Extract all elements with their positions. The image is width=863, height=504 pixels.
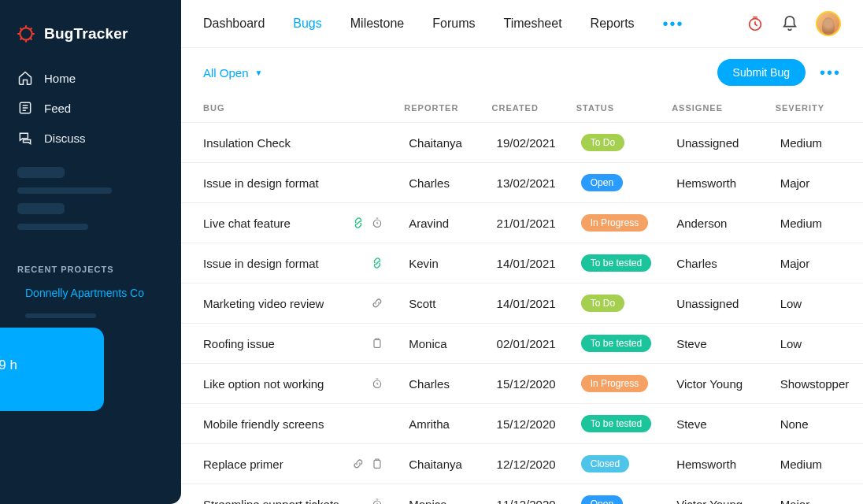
cell-assignee: Hemsworth — [672, 444, 776, 484]
cell-reporter: Charles — [404, 163, 491, 203]
cell-created: 12/12/2020 — [492, 444, 576, 484]
timesheet-card[interactable]: TIMESHEET llable 25: 19 h Approved — [0, 328, 104, 411]
cell-assignee: Unassigned — [672, 123, 776, 163]
placeholder-line — [17, 167, 65, 178]
cell-status: In Progress — [576, 203, 672, 243]
cell-severity: Medium — [776, 444, 863, 484]
table-row[interactable]: Mobile friendly screensAmritha15/12/2020… — [181, 404, 863, 444]
project-item-donnelly[interactable]: Donnelly Apartments Co — [0, 282, 181, 304]
status-badge[interactable]: In Progress — [581, 375, 648, 392]
status-badge[interactable]: Open — [581, 495, 623, 504]
sidebar-item-discuss[interactable]: Discuss — [0, 123, 181, 153]
bug-table-wrap: BUG REPORTER CREATED STATUS ASSIGNEE SEV… — [181, 97, 863, 504]
link-icon — [352, 217, 365, 229]
tabs-more-button[interactable]: ••• — [663, 16, 684, 32]
cell-assignee: Steve — [672, 404, 776, 444]
bug-title[interactable]: Roofing issue — [203, 337, 275, 350]
timer-icon[interactable] — [746, 15, 764, 32]
svg-point-0 — [20, 28, 31, 39]
bug-title[interactable]: Replace primer — [203, 458, 283, 471]
cell-severity: None — [776, 404, 863, 444]
col-header-created[interactable]: CREATED — [492, 97, 576, 123]
cell-reporter: Chaitanya — [404, 444, 491, 484]
sidebar-item-label: Discuss — [44, 132, 86, 145]
table-row[interactable]: Roofing issueMonica02/01/2021To be teste… — [181, 324, 863, 364]
cell-status: In Progress — [576, 364, 672, 404]
tab-reports[interactable]: Reports — [591, 17, 635, 31]
status-badge[interactable]: To be tested — [581, 335, 651, 352]
cell-status: To be tested — [576, 324, 672, 364]
cell-created: 14/01/2021 — [492, 284, 576, 324]
bug-title[interactable]: Streamline support tickets — [203, 498, 339, 505]
cell-status: To Do — [576, 284, 672, 324]
svg-rect-6 — [374, 460, 380, 468]
cell-assignee: Unassigned — [672, 284, 776, 324]
cell-reporter: Monica — [404, 484, 491, 505]
placeholder-line — [17, 187, 112, 194]
sidebar-item-home[interactable]: Home — [0, 63, 181, 93]
table-row[interactable]: Issue in design formatKevin14/01/2021To … — [181, 243, 863, 284]
table-row[interactable]: Marketing video reviewScott14/01/2021To … — [181, 284, 863, 324]
cell-reporter: Monica — [404, 324, 491, 364]
top-tabs: DashboardBugsMilestoneForumsTimesheetRep… — [181, 0, 863, 48]
status-badge[interactable]: To be tested — [581, 415, 651, 432]
cell-severity: Low — [776, 284, 863, 324]
status-badge[interactable]: In Progress — [581, 214, 648, 232]
table-row[interactable]: Live chat featureAravind21/01/2021In Pro… — [181, 203, 863, 243]
cell-created: 02/01/2021 — [492, 324, 576, 364]
cell-assignee: Steve — [672, 324, 776, 364]
cell-severity: Major — [776, 243, 863, 284]
table-row[interactable]: Replace primerChaitanya12/12/2020ClosedH… — [181, 444, 863, 484]
cell-severity: Medium — [776, 203, 863, 243]
sidebar-item-label: Home — [44, 72, 76, 85]
placeholder-line — [17, 224, 88, 230]
avatar[interactable] — [816, 11, 841, 36]
bug-title[interactable]: Issue in design format — [203, 257, 319, 270]
cell-created: 19/02/2021 — [492, 123, 576, 163]
submit-bug-button[interactable]: Submit Bug — [717, 59, 806, 86]
link-icon — [371, 257, 383, 269]
table-row[interactable]: Issue in design formatCharles13/02/2021O… — [181, 163, 863, 203]
more-actions-button[interactable]: ••• — [820, 64, 841, 82]
cell-created: 21/01/2021 — [492, 203, 576, 243]
tab-bugs[interactable]: Bugs — [293, 17, 321, 31]
table-row[interactable]: Like option not workingCharles15/12/2020… — [181, 364, 863, 404]
table-row[interactable]: Streamline support ticketsMonica11/12/20… — [181, 484, 863, 505]
bug-title[interactable]: Marketing video review — [203, 297, 324, 310]
tab-milestone[interactable]: Milestone — [350, 17, 404, 31]
status-badge[interactable]: To Do — [581, 295, 624, 312]
filter-label-text: All Open — [203, 66, 249, 80]
col-header-reporter[interactable]: REPORTER — [404, 97, 491, 123]
col-header-bug[interactable]: BUG — [181, 97, 404, 123]
bug-title[interactable]: Like option not working — [203, 377, 324, 391]
status-badge[interactable]: Open — [581, 174, 623, 191]
status-badge[interactable]: Closed — [581, 455, 629, 472]
bug-title[interactable]: Insulation Check — [203, 136, 291, 150]
bug-title[interactable]: Mobile friendly screens — [203, 417, 324, 431]
main-content: DashboardBugsMilestoneForumsTimesheetRep… — [181, 0, 863, 504]
sidebar-item-feed[interactable]: Feed — [0, 93, 181, 123]
cell-reporter: Kevin — [404, 243, 491, 284]
feed-icon — [17, 100, 33, 116]
cell-created: 13/02/2021 — [492, 163, 576, 203]
tab-timesheet[interactable]: Timesheet — [503, 17, 561, 31]
tab-dashboard[interactable]: Dashboard — [203, 17, 265, 31]
bell-icon[interactable] — [781, 15, 798, 32]
tab-forums[interactable]: Forums — [432, 17, 475, 31]
brand-logo-icon — [16, 24, 36, 44]
col-header-severity[interactable]: SEVERITY — [776, 97, 863, 123]
top-right-actions — [746, 11, 841, 36]
bug-title[interactable]: Live chat feature — [203, 217, 291, 230]
cell-reporter: Charles — [404, 364, 491, 404]
status-badge[interactable]: To be tested — [581, 254, 651, 272]
cell-created: 15/12/2020 — [492, 404, 576, 444]
filter-dropdown[interactable]: All Open ▼ — [203, 66, 262, 80]
table-row[interactable]: Insulation CheckChaitanya19/02/2021To Do… — [181, 123, 863, 163]
bug-title[interactable]: Issue in design format — [203, 176, 319, 190]
col-header-status[interactable]: STATUS — [576, 97, 672, 123]
status-badge[interactable]: To Do — [581, 134, 624, 151]
cell-created: 11/12/2020 — [492, 484, 576, 505]
col-header-assignee[interactable]: ASSIGNEE — [672, 97, 776, 123]
clipboard-icon — [371, 337, 383, 350]
cell-created: 14/01/2021 — [492, 243, 576, 284]
